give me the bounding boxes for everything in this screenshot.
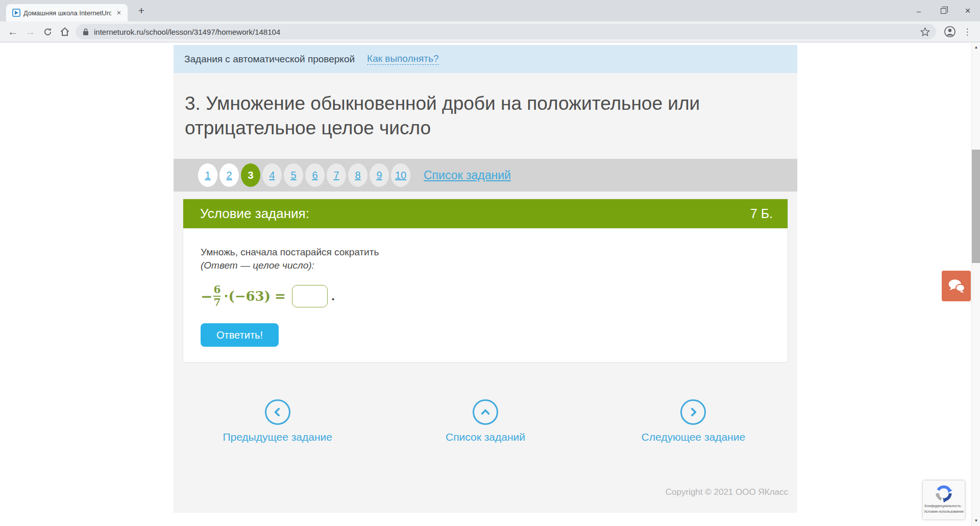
task-nav-item-6[interactable]: 6 — [305, 163, 325, 187]
page-viewport: Задания с автоматической проверкой Как в… — [0, 42, 980, 526]
menu-button[interactable]: ⋮ — [959, 23, 976, 40]
task-number-nav: 1 2 3 4 5 6 7 8 9 10 Список заданий — [174, 159, 797, 192]
site-favicon-icon — [12, 9, 20, 17]
home-button[interactable] — [56, 23, 74, 40]
info-text: Задания с автоматической проверкой — [184, 54, 355, 65]
formula-operator: ·(−63) — [224, 289, 271, 304]
task-nav-item-4[interactable]: 4 — [262, 163, 282, 187]
new-tab-button[interactable]: + — [134, 4, 149, 19]
support-chat-button[interactable] — [942, 271, 971, 301]
points-badge: 7 Б. — [750, 206, 773, 221]
back-button[interactable]: ← — [4, 23, 21, 40]
chevron-right-circle-icon — [680, 399, 706, 425]
condition-title: Условие задания: — [200, 206, 309, 222]
star-icon — [920, 27, 930, 37]
tab-bar: Домашняя школа InternetUrok.r × + – × — [0, 0, 980, 21]
task-nav-item-3-active[interactable]: 3 — [241, 163, 260, 187]
previous-task-link[interactable]: Предыдущее задание — [174, 399, 381, 443]
minimize-button[interactable]: – — [906, 0, 931, 21]
task-card-body: Умножь, сначала постарайся сократить (От… — [183, 228, 788, 362]
next-task-link[interactable]: Следующее задание — [590, 399, 797, 443]
page-title: 3. Умножение обыкновенной дроби на полож… — [174, 73, 776, 140]
content-column: Задания с автоматической проверкой Как в… — [174, 45, 797, 513]
restore-button[interactable] — [931, 0, 955, 21]
scroll-up-arrow[interactable]: ▲ — [972, 43, 980, 52]
fraction-numerator: 6 — [213, 284, 220, 295]
vertical-scrollbar[interactable]: ▲ ▼ — [971, 42, 980, 526]
formula-period: . — [331, 290, 335, 303]
task-nav-item-10[interactable]: 10 — [391, 163, 410, 187]
scroll-down-arrow[interactable]: ▼ — [972, 517, 980, 525]
lesson-section: 3. Умножение обыкновенной дроби на полож… — [174, 73, 797, 513]
address-bar[interactable]: interneturok.ru/school/lesson/31497/home… — [76, 24, 936, 39]
how-to-link[interactable]: Как выполнять? — [367, 53, 438, 65]
formula-equals: = — [275, 289, 286, 304]
browser-tab[interactable]: Домашняя школа InternetUrok.r × — [6, 4, 128, 21]
lock-icon — [83, 28, 89, 36]
task-nav-item-2[interactable]: 2 — [219, 163, 239, 187]
info-bar: Задания с автоматической проверкой Как в… — [174, 45, 797, 73]
task-card-header: Условие задания: 7 Б. — [183, 199, 788, 228]
task-list-footer-link[interactable]: Список заданий — [381, 399, 589, 443]
task-nav-item-5[interactable]: 5 — [284, 163, 303, 187]
restore-icon — [941, 8, 946, 14]
fraction-denominator: 7 — [213, 297, 220, 308]
chevron-up-circle-icon — [473, 399, 498, 425]
window-controls: – × — [906, 0, 980, 21]
browser-window: Домашняя школа InternetUrok.r × + – × ← … — [0, 0, 980, 526]
task-nav-item-8[interactable]: 8 — [348, 163, 368, 187]
close-window-button[interactable]: × — [955, 0, 980, 21]
answer-input[interactable] — [292, 285, 328, 307]
task-nav-item-7[interactable]: 7 — [327, 163, 346, 187]
instruction-line-1: Умножь, сначала постарайся сократить — [201, 247, 770, 258]
recaptcha-badge[interactable]: Конфиденциальность · Условия использован… — [923, 481, 965, 519]
reload-button[interactable] — [39, 23, 56, 40]
formula-fraction: 6 7 — [213, 284, 220, 308]
recaptcha-terms-text[interactable]: Условия использования — [924, 509, 964, 515]
home-icon — [60, 27, 70, 37]
forward-button: → — [21, 23, 39, 40]
chat-bubbles-icon — [947, 278, 966, 294]
browser-toolbar: ← → interneturok.ru/school/lesson/31497/… — [0, 21, 980, 42]
avatar-icon — [944, 26, 956, 38]
math-formula: − 6 7 ·(−63) = . — [201, 284, 770, 308]
recaptcha-privacy-text[interactable]: Конфиденциальность · — [924, 504, 963, 509]
recaptcha-icon — [934, 483, 954, 504]
task-card: Условие задания: 7 Б. Умножь, сначала по… — [183, 199, 788, 363]
profile-button[interactable] — [941, 23, 959, 40]
bookmark-star-button[interactable] — [920, 27, 930, 37]
task-list-link[interactable]: Список заданий — [424, 169, 511, 182]
scrollbar-thumb[interactable] — [972, 150, 980, 263]
reload-icon — [43, 27, 53, 37]
formula-minus: − — [201, 288, 212, 305]
close-tab-icon[interactable]: × — [114, 8, 124, 17]
task-nav-item-1[interactable]: 1 — [198, 163, 217, 187]
submit-answer-button[interactable]: Ответить! — [201, 323, 279, 347]
instruction-line-2: (Ответ — целое число): — [201, 260, 770, 271]
footer-navigation: Предыдущее задание Список заданий Следую… — [174, 399, 797, 443]
url-text[interactable]: interneturok.ru/school/lesson/31497/home… — [94, 28, 920, 36]
copyright-text: Copyright © 2021 ООО ЯКласс — [174, 487, 797, 497]
task-nav-item-9[interactable]: 9 — [370, 163, 389, 187]
chevron-left-circle-icon — [265, 399, 290, 425]
tab-title: Домашняя школа InternetUrok.r — [23, 9, 111, 17]
